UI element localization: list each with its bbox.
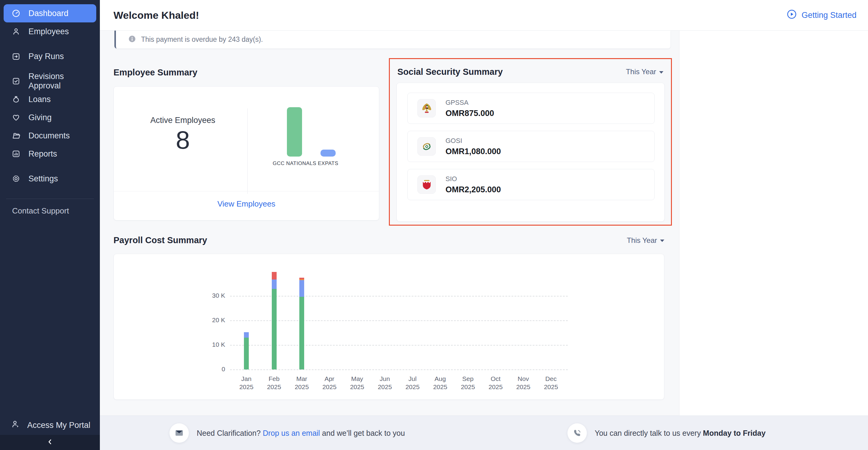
payroll-bar-feb-2025-segment-green — [272, 289, 277, 369]
sidebar-item-label: Pay Runs — [28, 52, 64, 61]
phone-text-prefix: You can directly talk to us every — [595, 429, 703, 437]
email-text-suffix: and we’ll get back to you — [320, 429, 405, 437]
phone-text-bold: Monday to Friday — [703, 429, 766, 437]
social-security-summary-card: GPSSAOMR875.000GOSIOMR1,080.000SIOOMR2,2… — [397, 83, 664, 222]
info-icon — [128, 35, 136, 44]
right-blank-panel — [679, 31, 868, 416]
social-security-row-texts: GOSIOMR1,080.000 — [445, 137, 501, 156]
payroll-cost-summary-title: Payroll Cost Summary — [114, 235, 207, 245]
folder-icon — [11, 131, 21, 140]
heart-icon — [11, 113, 21, 122]
y-axis-tick-label: 30 K — [114, 292, 225, 299]
sio-bahrain-emblem-logo — [417, 175, 436, 194]
payroll-bar-feb-2025-segment-blue — [272, 279, 277, 289]
sidebar-item-revisions-approval[interactable]: Revisions Approval — [4, 72, 96, 90]
social-security-summary-title: Social Security Summary — [397, 67, 503, 77]
gear-icon — [11, 174, 21, 183]
phone-support-text: You can directly talk to us every Monday… — [595, 429, 766, 438]
sidebar-item-label: Documents — [28, 131, 70, 141]
email-support-item: Need Clarification? Drop us an email and… — [169, 416, 405, 450]
employee-bar-gcc-nationals — [287, 107, 302, 156]
x-axis-tick-label: Dec2025 — [531, 374, 571, 391]
user-icon — [11, 27, 21, 36]
gauge-icon — [11, 9, 21, 18]
sidebar-item-label: Loans — [28, 95, 51, 104]
getting-started-label: Getting Started — [801, 10, 857, 20]
social-security-row-texts: GPSSAOMR875.000 — [445, 99, 494, 118]
phone-icon — [567, 423, 587, 443]
sidebar-nav: DashboardEmployeesPay RunsRevisions Appr… — [0, 0, 100, 188]
sidebar-item-dashboard[interactable]: Dashboard — [4, 4, 96, 22]
sidebar: DashboardEmployeesPay RunsRevisions Appr… — [0, 0, 100, 450]
sidebar-item-label: Settings — [28, 174, 58, 183]
sidebar-item-reports[interactable]: Reports — [4, 145, 96, 163]
money-bag-icon — [11, 95, 21, 104]
sidebar-item-label: Employees — [28, 27, 69, 36]
report-chart-icon — [11, 149, 21, 158]
sidebar-item-access-my-portal[interactable]: Access My Portal — [11, 419, 91, 431]
play-circle-icon — [786, 9, 797, 22]
period-label: This Year — [626, 67, 656, 76]
envelope-icon — [169, 423, 189, 443]
employee-summary-title: Employee Summary — [114, 67, 197, 78]
social-security-row-sio[interactable]: SIOOMR2,205.000 — [407, 169, 655, 200]
authority-amount: OMR2,205.000 — [445, 185, 501, 194]
overdue-alert: This payment is overdue by 243 day(s). — [115, 31, 670, 49]
access-my-portal-label: Access My Portal — [27, 421, 91, 430]
sidebar-item-label: Giving — [28, 113, 52, 122]
sidebar-item-employees[interactable]: Employees — [4, 22, 96, 40]
email-support-text: Need Clarification? Drop us an email and… — [197, 429, 405, 438]
gpssa-uae-emblem-logo — [417, 99, 436, 118]
employee-bar-category-label: EXPATS — [304, 160, 352, 167]
payroll-cost-chart-card: 010 K20 K30 KJan2025Feb2025Mar2025Apr202… — [114, 254, 664, 400]
social-security-row-gosi[interactable]: GOSIOMR1,080.000 — [407, 131, 655, 162]
payroll-period-dropdown[interactable]: This Year — [627, 236, 664, 245]
social-security-period-dropdown[interactable]: This Year — [626, 67, 663, 76]
main-area: Welcome Khaled! Getting Started This pay… — [100, 0, 868, 450]
card-footer-divider — [114, 191, 379, 191]
payroll-bar-jan-2025-segment-blue — [244, 332, 249, 338]
authority-name: GPSSA — [445, 99, 494, 107]
y-axis-tick-label: 0 — [114, 365, 225, 373]
payroll-bar-feb-2025-segment-red — [272, 272, 277, 279]
payroll-bar-mar-2025-segment-orange — [299, 279, 304, 280]
payroll-bar-mar-2025-segment-blue — [299, 280, 304, 297]
y-axis-tick-label: 10 K — [114, 341, 225, 348]
social-security-summary-header: Social Security Summary This Year — [397, 65, 663, 79]
drop-us-an-email-link[interactable]: Drop us an email — [263, 429, 320, 437]
payroll-bar-mar-2025-segment-green — [299, 297, 304, 369]
dashboard-content: This payment is overdue by 243 day(s). E… — [100, 31, 868, 416]
sidebar-collapse-button[interactable] — [0, 435, 100, 450]
active-employees-count: 8 — [134, 125, 231, 155]
app-root: DashboardEmployeesPay RunsRevisions Appr… — [0, 0, 868, 450]
payroll-bar-jan-2025-segment-green — [244, 338, 249, 369]
calendar-arrow-icon — [11, 52, 21, 61]
authority-name: GOSI — [445, 137, 501, 145]
chart-gridline — [230, 345, 568, 346]
getting-started-button[interactable]: Getting Started — [786, 9, 857, 22]
authority-amount: OMR1,080.000 — [445, 147, 501, 156]
sidebar-item-contact-support[interactable]: Contact Support — [0, 199, 100, 216]
view-employees-link[interactable]: View Employees — [114, 199, 379, 209]
vertical-divider — [247, 109, 248, 194]
authority-amount: OMR875.000 — [445, 109, 494, 118]
chart-gridline — [230, 320, 568, 321]
sidebar-item-giving[interactable]: Giving — [4, 109, 96, 127]
social-security-row-gpssa[interactable]: GPSSAOMR875.000 — [407, 93, 655, 124]
sidebar-item-settings[interactable]: Settings — [4, 170, 96, 188]
gosi-logo — [417, 137, 436, 156]
page-header: Welcome Khaled! Getting Started — [100, 0, 868, 31]
phone-support-item: You can directly talk to us every Monday… — [567, 416, 766, 450]
sidebar-item-loans[interactable]: Loans — [4, 90, 96, 109]
chart-gridline — [230, 296, 568, 297]
support-footer: Need Clarification? Drop us an email and… — [100, 416, 868, 450]
email-text-prefix: Need Clarification? — [197, 429, 263, 437]
chart-gridline — [230, 369, 568, 370]
sidebar-item-label: Reports — [28, 149, 57, 159]
sidebar-item-label: Dashboard — [28, 9, 68, 18]
sidebar-item-documents[interactable]: Documents — [4, 127, 96, 145]
period-label: This Year — [627, 236, 657, 245]
social-security-summary-section: Social Security Summary This Year GPSSAO… — [389, 58, 672, 226]
sidebar-item-pay-runs[interactable]: Pay Runs — [4, 47, 96, 65]
page-title: Welcome Khaled! — [114, 9, 199, 21]
